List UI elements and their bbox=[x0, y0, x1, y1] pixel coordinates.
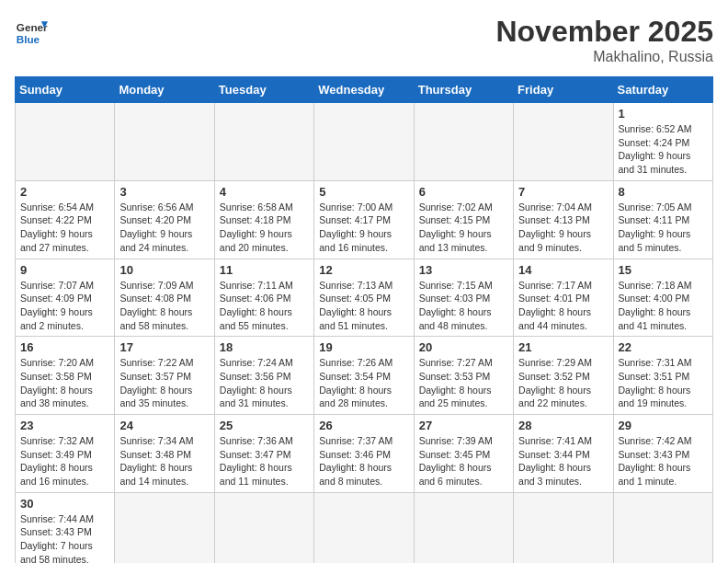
calendar-table: Sunday Monday Tuesday Wednesday Thursday… bbox=[15, 76, 713, 563]
table-row: 2Sunrise: 6:54 AM Sunset: 4:22 PM Daylig… bbox=[16, 180, 115, 259]
header-thursday: Thursday bbox=[414, 77, 513, 103]
day-info: Sunrise: 7:11 AM Sunset: 4:06 PM Dayligh… bbox=[220, 279, 309, 333]
day-number: 3 bbox=[119, 185, 209, 199]
table-row: 19Sunrise: 7:26 AM Sunset: 3:54 PM Dayli… bbox=[314, 337, 414, 415]
day-info: Sunrise: 7:36 AM Sunset: 3:47 PM Dayligh… bbox=[220, 434, 309, 488]
calendar-row: 30Sunrise: 7:44 AM Sunset: 3:43 PM Dayli… bbox=[16, 492, 713, 563]
day-info: Sunrise: 7:00 AM Sunset: 4:17 PM Dayligh… bbox=[319, 201, 408, 255]
location-title: Makhalino, Russia bbox=[495, 49, 713, 65]
table-row: 26Sunrise: 7:37 AM Sunset: 3:46 PM Dayli… bbox=[314, 415, 414, 493]
table-row: 22Sunrise: 7:31 AM Sunset: 3:51 PM Dayli… bbox=[613, 337, 712, 415]
table-row: 11Sunrise: 7:11 AM Sunset: 4:06 PM Dayli… bbox=[214, 259, 313, 337]
title-area: November 2025 Makhalino, Russia bbox=[495, 15, 713, 65]
day-number: 9 bbox=[20, 263, 109, 277]
day-number: 30 bbox=[20, 497, 109, 511]
table-row: 24Sunrise: 7:34 AM Sunset: 3:48 PM Dayli… bbox=[115, 415, 214, 493]
logo: General Blue bbox=[15, 15, 48, 48]
day-info: Sunrise: 7:27 AM Sunset: 3:53 PM Dayligh… bbox=[419, 356, 508, 410]
table-row: 30Sunrise: 7:44 AM Sunset: 3:43 PM Dayli… bbox=[16, 492, 115, 563]
day-info: Sunrise: 7:15 AM Sunset: 4:03 PM Dayligh… bbox=[419, 279, 508, 333]
table-row bbox=[115, 103, 214, 181]
table-row: 4Sunrise: 6:58 AM Sunset: 4:18 PM Daylig… bbox=[214, 180, 313, 259]
day-number: 26 bbox=[319, 419, 408, 432]
day-info: Sunrise: 7:17 AM Sunset: 4:01 PM Dayligh… bbox=[518, 279, 608, 333]
day-info: Sunrise: 6:54 AM Sunset: 4:22 PM Dayligh… bbox=[20, 201, 109, 255]
header-sunday: Sunday bbox=[16, 77, 115, 103]
day-info: Sunrise: 6:56 AM Sunset: 4:20 PM Dayligh… bbox=[119, 201, 209, 255]
calendar-row: 9Sunrise: 7:07 AM Sunset: 4:09 PM Daylig… bbox=[16, 259, 713, 337]
day-number: 21 bbox=[518, 340, 608, 354]
day-number: 23 bbox=[20, 419, 109, 432]
day-number: 20 bbox=[419, 340, 508, 354]
day-info: Sunrise: 7:09 AM Sunset: 4:08 PM Dayligh… bbox=[119, 279, 209, 333]
day-number: 19 bbox=[319, 340, 408, 354]
day-info: Sunrise: 7:24 AM Sunset: 3:56 PM Dayligh… bbox=[220, 356, 309, 410]
day-number: 5 bbox=[319, 185, 408, 199]
day-info: Sunrise: 6:58 AM Sunset: 4:18 PM Dayligh… bbox=[220, 201, 309, 255]
day-number: 6 bbox=[419, 185, 508, 199]
table-row: 6Sunrise: 7:02 AM Sunset: 4:15 PM Daylig… bbox=[414, 180, 513, 259]
table-row: 7Sunrise: 7:04 AM Sunset: 4:13 PM Daylig… bbox=[514, 180, 613, 259]
header-saturday: Saturday bbox=[613, 77, 712, 103]
table-row: 1Sunrise: 6:52 AM Sunset: 4:24 PM Daylig… bbox=[613, 103, 712, 181]
day-info: Sunrise: 7:29 AM Sunset: 3:52 PM Dayligh… bbox=[518, 356, 608, 410]
table-row bbox=[115, 492, 214, 563]
table-row: 5Sunrise: 7:00 AM Sunset: 4:17 PM Daylig… bbox=[314, 180, 414, 259]
table-row: 29Sunrise: 7:42 AM Sunset: 3:43 PM Dayli… bbox=[613, 415, 712, 493]
day-info: Sunrise: 7:42 AM Sunset: 3:43 PM Dayligh… bbox=[619, 434, 708, 488]
day-number: 10 bbox=[119, 263, 209, 277]
calendar-row: 2Sunrise: 6:54 AM Sunset: 4:22 PM Daylig… bbox=[16, 180, 713, 259]
day-number: 2 bbox=[20, 185, 109, 199]
table-row bbox=[314, 492, 414, 563]
logo-icon: General Blue bbox=[15, 15, 48, 48]
day-info: Sunrise: 7:05 AM Sunset: 4:11 PM Dayligh… bbox=[619, 201, 708, 255]
day-number: 22 bbox=[619, 340, 708, 354]
day-info: Sunrise: 7:41 AM Sunset: 3:44 PM Dayligh… bbox=[518, 434, 608, 488]
day-number: 15 bbox=[619, 263, 708, 277]
day-info: Sunrise: 7:32 AM Sunset: 3:49 PM Dayligh… bbox=[20, 434, 109, 488]
day-number: 17 bbox=[119, 340, 209, 354]
table-row: 15Sunrise: 7:18 AM Sunset: 4:00 PM Dayli… bbox=[613, 259, 712, 337]
page-header: General Blue November 2025 Makhalino, Ru… bbox=[15, 15, 713, 65]
day-info: Sunrise: 7:07 AM Sunset: 4:09 PM Dayligh… bbox=[20, 279, 109, 333]
table-row bbox=[414, 103, 513, 181]
day-info: Sunrise: 7:18 AM Sunset: 4:00 PM Dayligh… bbox=[619, 279, 708, 333]
day-info: Sunrise: 7:26 AM Sunset: 3:54 PM Dayligh… bbox=[319, 356, 408, 410]
day-number: 29 bbox=[619, 419, 708, 432]
day-number: 14 bbox=[518, 263, 608, 277]
day-number: 7 bbox=[518, 185, 608, 199]
day-number: 12 bbox=[319, 263, 408, 277]
calendar-row: 1Sunrise: 6:52 AM Sunset: 4:24 PM Daylig… bbox=[16, 103, 713, 181]
day-number: 4 bbox=[220, 185, 309, 199]
table-row bbox=[314, 103, 414, 181]
table-row: 23Sunrise: 7:32 AM Sunset: 3:49 PM Dayli… bbox=[16, 415, 115, 493]
day-info: Sunrise: 7:37 AM Sunset: 3:46 PM Dayligh… bbox=[319, 434, 408, 488]
table-row: 14Sunrise: 7:17 AM Sunset: 4:01 PM Dayli… bbox=[514, 259, 613, 337]
day-info: Sunrise: 7:13 AM Sunset: 4:05 PM Dayligh… bbox=[319, 279, 408, 333]
day-info: Sunrise: 7:34 AM Sunset: 3:48 PM Dayligh… bbox=[119, 434, 209, 488]
table-row: 27Sunrise: 7:39 AM Sunset: 3:45 PM Dayli… bbox=[414, 415, 513, 493]
table-row bbox=[16, 103, 115, 181]
table-row: 17Sunrise: 7:22 AM Sunset: 3:57 PM Dayli… bbox=[115, 337, 214, 415]
day-info: Sunrise: 7:20 AM Sunset: 3:58 PM Dayligh… bbox=[20, 356, 109, 410]
table-row: 21Sunrise: 7:29 AM Sunset: 3:52 PM Dayli… bbox=[514, 337, 613, 415]
day-number: 18 bbox=[220, 340, 309, 354]
day-number: 25 bbox=[220, 419, 309, 432]
day-info: Sunrise: 6:52 AM Sunset: 4:24 PM Dayligh… bbox=[619, 122, 708, 177]
table-row: 20Sunrise: 7:27 AM Sunset: 3:53 PM Dayli… bbox=[414, 337, 513, 415]
table-row bbox=[514, 492, 613, 563]
table-row: 18Sunrise: 7:24 AM Sunset: 3:56 PM Dayli… bbox=[214, 337, 313, 415]
day-number: 1 bbox=[619, 107, 708, 121]
day-number: 11 bbox=[220, 263, 309, 277]
calendar-row: 16Sunrise: 7:20 AM Sunset: 3:58 PM Dayli… bbox=[16, 337, 713, 415]
table-row: 8Sunrise: 7:05 AM Sunset: 4:11 PM Daylig… bbox=[613, 180, 712, 259]
day-number: 28 bbox=[518, 419, 608, 432]
table-row bbox=[613, 492, 712, 563]
table-row: 12Sunrise: 7:13 AM Sunset: 4:05 PM Dayli… bbox=[314, 259, 414, 337]
table-row: 9Sunrise: 7:07 AM Sunset: 4:09 PM Daylig… bbox=[16, 259, 115, 337]
table-row bbox=[214, 492, 313, 563]
day-number: 16 bbox=[20, 340, 109, 354]
calendar-row: 23Sunrise: 7:32 AM Sunset: 3:49 PM Dayli… bbox=[16, 415, 713, 493]
table-row: 10Sunrise: 7:09 AM Sunset: 4:08 PM Dayli… bbox=[115, 259, 214, 337]
day-number: 13 bbox=[419, 263, 508, 277]
